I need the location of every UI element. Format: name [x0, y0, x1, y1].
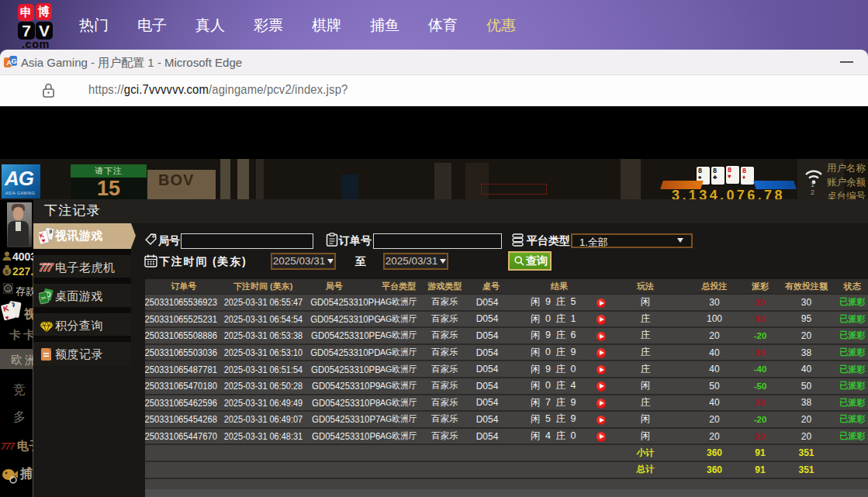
svg-text:$: $ [5, 268, 9, 275]
svg-text:S: S [6, 285, 10, 292]
svg-text:G: G [12, 57, 17, 65]
svg-text:777: 777 [37, 261, 54, 274]
